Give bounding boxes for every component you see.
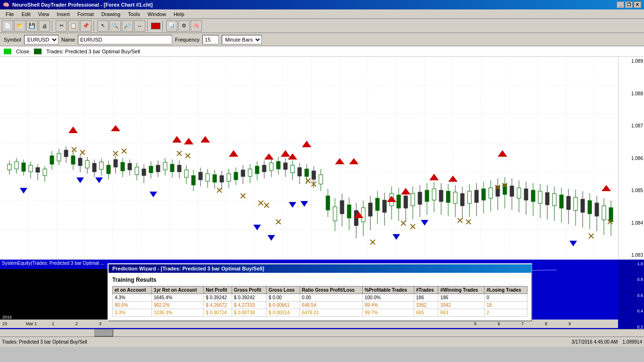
save-btn[interactable]: 💾: [26, 20, 38, 32]
col-net-profit: Net Profit: [204, 286, 232, 294]
close-color: [4, 49, 11, 54]
cell: 1645.4%: [151, 294, 203, 302]
menu-view[interactable]: View: [34, 10, 53, 18]
cell: $ 0.39242: [204, 294, 232, 302]
eq-0.8: 0.8: [619, 277, 643, 282]
svg-rect-60: [199, 172, 202, 180]
price-1087: 1.087: [619, 123, 643, 128]
cell: 3342: [438, 302, 485, 309]
svg-rect-148: [510, 186, 514, 196]
settings-btn[interactable]: ⚙: [178, 20, 190, 32]
svg-rect-116: [397, 195, 401, 208]
frequency-label: Frequency: [175, 37, 200, 42]
zoom-in-btn[interactable]: 🔍: [109, 20, 121, 32]
col-losing-trades: #Losing Trades: [485, 286, 527, 294]
svg-rect-134: [460, 194, 464, 206]
svg-rect-136: [468, 191, 471, 203]
eq-0.6: 0.6: [619, 293, 643, 298]
results-table: et on Account 1yr Ret on Account Net Pro…: [112, 286, 527, 317]
cursor-btn[interactable]: ↖: [97, 20, 109, 32]
chart-area: 1.089 1.088 1.087 1.086 1.085 1.084 1.08…: [0, 57, 644, 260]
indicator-color[interactable]: [151, 23, 160, 29]
date-1: 1: [52, 321, 54, 326]
svg-rect-24: [71, 156, 75, 164]
open-btn[interactable]: 📂: [14, 20, 25, 32]
cell: 186: [438, 294, 485, 302]
new-btn[interactable]: 📄: [2, 20, 13, 32]
svg-rect-106: [361, 208, 365, 222]
date-6: 6: [498, 321, 500, 326]
copy-btn[interactable]: 📋: [68, 20, 79, 32]
date-8: 8: [545, 321, 547, 326]
zoom-out-btn[interactable]: 🔎: [122, 20, 133, 32]
cell: 646.54: [300, 302, 362, 309]
menu-drawing[interactable]: Drawing: [98, 10, 124, 18]
menu-insert[interactable]: Insert: [53, 10, 74, 18]
svg-rect-112: [383, 200, 386, 212]
svg-rect-70: [234, 172, 238, 180]
price-axis: 1.089 1.088 1.087 1.086 1.085 1.084 1.08…: [618, 57, 644, 260]
print-btn[interactable]: 🖨: [39, 20, 50, 32]
h-scrollbar[interactable]: [0, 329, 644, 337]
svg-rect-64: [213, 175, 217, 182]
svg-rect-74: [248, 169, 252, 177]
svg-rect-150: [517, 188, 521, 198]
name-input[interactable]: [78, 35, 172, 44]
menu-file[interactable]: File: [2, 10, 18, 18]
svg-rect-156: [538, 191, 542, 203]
minimize-btn[interactable]: _: [617, 1, 624, 8]
chart-btn[interactable]: 📊: [166, 20, 177, 32]
table-row: 3.3% 1036.3% $ 0.90724 $ 0.90738 $ 0.000…: [113, 309, 527, 317]
price-1084: 1.084: [619, 220, 643, 226]
scroll-btn[interactable]: ↔: [134, 20, 145, 32]
svg-rect-168: [581, 199, 585, 212]
menu-help[interactable]: Help: [170, 10, 188, 18]
sep4: [162, 20, 164, 32]
trades-legend: Trades: Predicted 3 bar Optimal Buy/Sell: [46, 49, 140, 54]
bottom-panel: SystemEquity(Trades: Predicted 3 bar Opt…: [0, 260, 644, 347]
menu-format[interactable]: Format: [74, 10, 98, 18]
date-2: 2: [75, 321, 78, 326]
svg-rect-6: [8, 164, 11, 170]
price-1085: 1.085: [619, 188, 643, 193]
restore-btn[interactable]: ❐: [625, 1, 633, 8]
neural-btn[interactable]: 🧠: [191, 20, 202, 32]
cell: $ 0.39242: [232, 294, 267, 302]
close-btn[interactable]: ✕: [634, 1, 641, 8]
symbol-select[interactable]: EURUSD: [24, 35, 59, 44]
main-chart-svg: [0, 57, 618, 260]
menu-tools[interactable]: Tools: [124, 10, 144, 18]
frequency-input[interactable]: [202, 35, 219, 44]
svg-rect-62: [206, 174, 209, 181]
svg-rect-102: [347, 205, 351, 218]
wizard-title-bar: Prediction Wizard - [Trades: Predicted 3…: [109, 264, 531, 273]
cell: 6478.01: [300, 309, 362, 317]
svg-rect-154: [531, 190, 535, 202]
table-row: 80.6% 902.2% $ 4.26672 $ 4.27333 $ 0.006…: [113, 302, 527, 309]
cell: 663: [438, 309, 485, 317]
scrollbar-thumb[interactable]: [94, 329, 113, 337]
wizard-title-text: Prediction Wizard - [Trades: Predicted 3…: [112, 266, 264, 271]
svg-rect-128: [439, 190, 443, 202]
status-bar: Trades: Predicted 3 bar Optimal Buy/Sell…: [0, 337, 644, 347]
svg-rect-100: [340, 201, 344, 214]
svg-rect-80: [269, 163, 273, 170]
window-controls: _ ❐ ✕: [617, 1, 641, 8]
cell: 3362: [414, 302, 438, 309]
svg-rect-22: [64, 150, 68, 157]
paste-btn[interactable]: 📌: [80, 20, 92, 32]
svg-rect-50: [163, 162, 167, 170]
svg-rect-78: [262, 165, 266, 172]
svg-rect-68: [227, 174, 231, 181]
frequency-type-select[interactable]: Minute Bars: [222, 35, 262, 44]
svg-rect-30: [92, 163, 96, 172]
svg-rect-90: [305, 169, 309, 177]
menu-window[interactable]: Window: [144, 10, 170, 18]
price-1083: 1.083: [619, 253, 643, 258]
svg-rect-96: [326, 196, 330, 210]
svg-rect-86: [291, 165, 294, 173]
menu-edit[interactable]: Edit: [18, 10, 34, 18]
cell: 0: [485, 294, 527, 302]
svg-rect-98: [333, 207, 337, 221]
cut-btn[interactable]: ✂: [56, 20, 67, 32]
